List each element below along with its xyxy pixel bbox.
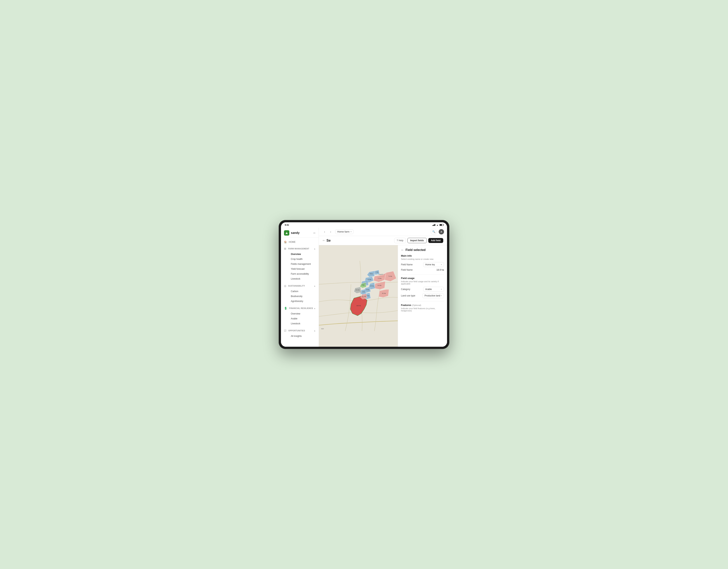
svg-text:8.1 ha: 8.1 ha (382, 293, 386, 294)
svg-text:8.1 ha: 8.1 ha (356, 289, 359, 291)
main-info-title: Main info (401, 254, 444, 257)
svg-text:4f ha: 4f ha (370, 273, 373, 274)
svg-text:1.9 ha: 1.9 ha (366, 289, 369, 291)
sidebar-item-agroforestry[interactable]: Agroforestry (288, 299, 319, 304)
nav-section-header-financial[interactable]: 💲 FINANCIAL RESILIENCE ▲ (281, 305, 319, 311)
page-title-input[interactable] (326, 238, 364, 242)
nav-section-header-farm-management[interactable]: ⊞ FARM MANAGEMENT ▲ (281, 245, 319, 252)
category-label: Category (401, 288, 410, 291)
sidebar-item-home[interactable]: 🏠 HOME (281, 239, 319, 245)
sustainability-chevron: ▲ (314, 285, 316, 287)
sidebar-collapse-button[interactable]: ⇐ (313, 231, 316, 234)
opportunities-title: OPPORTUNITIES (288, 330, 305, 332)
map-container[interactable]: Stapleford Tawney 7.4 ha 7.9 ha 8.4 ha (319, 245, 398, 347)
nav-section-header-sustainability[interactable]: ◎ SUSTAINABILITY ▲ (281, 283, 319, 289)
sidebar-item-livestock-farm[interactable]: Livestock (288, 276, 319, 281)
map-panel-area: Stapleford Tawney 7.4 ha 7.9 ha 8.4 ha (319, 245, 447, 347)
nav-section-header-left: ⊞ FARM MANAGEMENT (284, 247, 309, 250)
top-bar: ‹ › Home farm ▾ 🔍 A (319, 227, 447, 236)
sidebar-nav: 🏠 HOME ⊞ FARM MANAGEMENT ▲ (281, 238, 319, 341)
nav-section-header-left-sus: ◎ SUSTAINABILITY (284, 284, 305, 288)
sustainability-title: SUSTAINABILITY (288, 285, 305, 287)
opportunities-chevron: ▲ (314, 330, 316, 332)
farm-name-label: Home farm (337, 230, 349, 233)
land-use-type-row: Land use type Productive land ▾ (401, 293, 444, 298)
page-header: ✏ ? Help Import fields Add field (319, 236, 447, 245)
features-title: Features (401, 304, 411, 307)
main-content: ‹ › Home farm ▾ 🔍 A (319, 227, 447, 347)
nav-section-farm-management: ⊞ FARM MANAGEMENT ▲ Overview Crop health… (281, 245, 319, 282)
svg-text:8.4 ha: 8.4 ha (378, 285, 381, 286)
field-name-select[interactable]: Home ley ▾ (423, 262, 444, 267)
sidebar-item-farm-accessibility[interactable]: Farm accessibility (288, 271, 319, 276)
farm-selector-chevron: ▾ (351, 230, 351, 233)
category-select[interactable]: Arable ▾ (423, 287, 444, 292)
panel-back-button[interactable]: ← (401, 248, 404, 252)
svg-text:M25: M25 (321, 328, 324, 330)
field-name-label: Field Name (401, 263, 413, 266)
category-row: Category Arable ▾ (401, 287, 444, 292)
field-name-chevron: ▾ (441, 263, 442, 265)
sidebar-item-crop-health[interactable]: Crop health (288, 256, 319, 261)
sidebar-item-yield-forecast[interactable]: Yield forecast (288, 266, 319, 271)
field-size-label: Field Name (401, 268, 413, 271)
land-use-chevron: ▾ (441, 295, 442, 297)
nav-section-header-opportunities[interactable]: ☑ OPPORTUNITIES ▲ (281, 328, 319, 334)
sidebar-item-overview-financial[interactable]: Overview (288, 311, 319, 316)
svg-text:1.9 ha: 1.9 ha (368, 279, 371, 280)
forward-button[interactable]: › (328, 229, 333, 234)
financial-chevron: ▲ (314, 307, 316, 309)
sustainability-items: Carbon Biodiversity Agroforestry (281, 289, 319, 305)
import-fields-button[interactable]: Import fields (407, 238, 427, 243)
user-avatar[interactable]: A (439, 229, 444, 234)
status-indicators: ▲ (432, 224, 443, 226)
sidebar: sandy ⇐ 🏠 HOME ⊞ F (281, 227, 319, 347)
help-button[interactable]: ? Help (394, 238, 406, 243)
sidebar-home-label: HOME (289, 241, 296, 243)
sidebar-item-livestock[interactable]: Livestock (288, 321, 319, 326)
sidebar-item-arable[interactable]: Arable (288, 316, 319, 321)
sidebar-item-carbon[interactable]: Carbon (288, 289, 319, 294)
svg-point-1 (286, 232, 287, 233)
farm-selector[interactable]: Home farm ▾ (335, 229, 354, 234)
nav-section-financial: 💲 FINANCIAL RESILIENCE ▲ Overview Arable… (281, 305, 319, 327)
page-area: ✏ ? Help Import fields Add field (319, 236, 447, 347)
logo-area: sandy (284, 230, 300, 235)
financial-title: FINANCIAL RESILIENCE (289, 307, 313, 309)
back-button[interactable]: ‹ (322, 229, 327, 234)
field-usage-subtitle: Indicate your field usage and its variet… (401, 280, 444, 285)
search-button[interactable]: 🔍 (431, 229, 437, 235)
nav-section-sustainability: ◎ SUSTAINABILITY ▲ Carbon Biodiversity A… (281, 283, 319, 305)
opportunities-items: All insights (281, 334, 319, 339)
sidebar-item-biodiversity[interactable]: Biodiversity (288, 294, 319, 299)
svg-text:18.9 ha: 18.9 ha (356, 305, 361, 306)
sidebar-item-overview[interactable]: Overview (288, 252, 319, 256)
svg-text:4.5 ha: 4.5 ha (370, 285, 374, 287)
app-logo-text: sandy (291, 231, 300, 234)
svg-text:7.4 ha: 7.4 ha (388, 275, 392, 277)
features-title-row: Features (Optional) (401, 304, 444, 307)
svg-text:1 ha: 1 ha (376, 271, 378, 273)
battery-icon (439, 224, 443, 226)
help-label: Help (399, 239, 403, 242)
svg-text:1 ha: 1 ha (362, 291, 365, 293)
help-icon: ? (397, 239, 398, 242)
sidebar-item-all-insights[interactable]: All insights (288, 334, 319, 339)
home-icon: 🏠 (284, 241, 287, 243)
field-name-value: Home ley (425, 263, 435, 266)
device-inner: 9:41 ▲ (281, 222, 447, 347)
status-bar: 9:41 ▲ (281, 222, 447, 227)
land-use-select[interactable]: Productive land ▾ (422, 293, 444, 298)
svg-text:2.1 ha: 2.1 ha (362, 296, 366, 297)
financial-items: Overview Arable Livestock (281, 311, 319, 327)
svg-text:2 ha: 2 ha (362, 284, 364, 286)
wifi-icon: ▲ (436, 224, 438, 226)
sidebar-item-fields-management[interactable]: Fields management (288, 261, 319, 266)
field-size-row: Field Name 18.9 ha (401, 268, 444, 271)
status-time: 9:41 (285, 224, 289, 226)
main-info-subtitle: Select existing name or create new (401, 258, 444, 260)
add-field-button[interactable]: Add field (428, 238, 443, 243)
nav-section-header-left-opp: ☑ OPPORTUNITIES (284, 329, 305, 332)
financial-icon: 💲 (284, 307, 287, 310)
edit-icon: ✏ (323, 239, 325, 242)
